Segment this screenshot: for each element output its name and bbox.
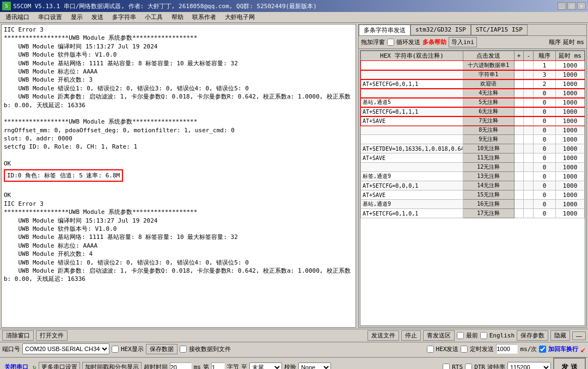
cell-send-btn[interactable]: 字符串1 — [463, 70, 514, 79]
close-button[interactable]: ✕ — [577, 2, 586, 10]
cell-order[interactable]: 0 — [534, 135, 556, 144]
cell-delay[interactable]: 1000 — [556, 144, 585, 153]
import-button[interactable]: 导入ini — [449, 37, 477, 47]
cell-send-btn[interactable]: 10无注释 — [463, 144, 514, 153]
send-file-button[interactable]: 发送文件 — [367, 330, 399, 341]
cell-send-btn[interactable]: 14无注释 — [463, 181, 514, 190]
minimize-button[interactable]: _ — [558, 2, 566, 10]
cell-plus[interactable] — [514, 181, 524, 190]
cell-plus[interactable] — [514, 153, 524, 163]
cell-order[interactable]: 0 — [534, 172, 556, 181]
cell-delay[interactable]: 1000 — [556, 107, 585, 116]
cell-minus[interactable] — [524, 61, 534, 70]
menu-send[interactable]: 发送 — [87, 12, 108, 22]
dash-button[interactable]: — — [572, 331, 586, 340]
cell-delay[interactable]: 1000 — [556, 126, 585, 135]
cell-minus[interactable] — [524, 107, 534, 116]
save-data-button[interactable]: 保存数据 — [146, 344, 177, 354]
time-send-value[interactable] — [496, 344, 518, 354]
cell-order[interactable]: 0 — [534, 126, 556, 135]
cell-order[interactable]: 0 — [534, 209, 556, 218]
port-select[interactable]: COM20 USB-SERIAL CH340 — [22, 343, 109, 354]
cell-minus[interactable] — [524, 126, 534, 135]
page-value[interactable] — [211, 362, 225, 370]
cell-send-btn[interactable]: 13无注释 — [463, 172, 514, 181]
enter-run-checkbox[interactable] — [539, 346, 546, 353]
menu-help[interactable]: 帮助 — [167, 12, 188, 22]
cycle-send-checkbox[interactable] — [387, 39, 394, 46]
cell-delay[interactable]: 1000 — [556, 181, 585, 190]
more-port-button[interactable]: 更多串口设置 — [39, 362, 80, 369]
cell-hex[interactable]: AT+SETCFG=0,1,0,1 — [361, 209, 463, 218]
cell-order[interactable]: 0 — [534, 144, 556, 153]
cell-minus[interactable] — [524, 163, 534, 172]
cell-minus[interactable] — [524, 79, 534, 89]
tab-stc[interactable]: STC/IAP15 ISP — [471, 24, 528, 35]
cell-hex[interactable] — [361, 126, 463, 135]
cell-delay[interactable]: 1000 — [556, 135, 585, 144]
cell-order[interactable]: 0 — [534, 116, 556, 126]
refresh-icon[interactable]: ↻ — [33, 364, 36, 369]
english-checkbox[interactable] — [480, 332, 487, 339]
cell-hex[interactable] — [361, 163, 463, 172]
cell-plus[interactable] — [514, 200, 524, 209]
col-minus-header[interactable]: - — [524, 51, 534, 61]
cell-delay[interactable]: 1000 — [556, 70, 585, 79]
check-select[interactable]: None — [298, 362, 331, 370]
end-select[interactable]: 末尾 — [249, 362, 282, 370]
cell-send-btn[interactable]: 12无注释 — [463, 163, 514, 172]
cell-plus[interactable] — [514, 107, 524, 116]
cell-hex[interactable]: AT+SETCFG=0,0,0,1 — [361, 181, 463, 190]
terminal-content[interactable]: IIC Error 3******************UWB Module … — [2, 24, 356, 327]
cell-send-btn[interactable]: 7无注释 — [463, 116, 514, 126]
overtime-value[interactable] — [170, 362, 192, 370]
last-checkbox[interactable] — [457, 332, 464, 339]
cell-minus[interactable] — [524, 181, 534, 190]
cell-hex[interactable]: AT+SAVE — [361, 153, 463, 163]
rts-checkbox[interactable] — [443, 364, 450, 369]
cell-hex[interactable]: AT+SAVE — [361, 116, 463, 126]
cell-delay[interactable]: 1000 — [556, 190, 585, 200]
timestamp-button[interactable]: 加时间戳和分包显示 — [82, 362, 142, 369]
cell-send-btn[interactable]: 9无注释 — [463, 135, 514, 144]
cell-hex[interactable] — [361, 89, 463, 98]
cell-minus[interactable] — [524, 209, 534, 218]
cell-delay[interactable]: 1000 — [556, 89, 585, 98]
cell-order[interactable]: 0 — [534, 107, 556, 116]
cell-send-btn[interactable]: 11无注释 — [463, 153, 514, 163]
cell-order[interactable]: 3 — [534, 70, 556, 79]
send-button[interactable]: 发 送 — [553, 358, 586, 370]
cell-order[interactable]: 0 — [534, 163, 556, 172]
cell-minus[interactable] — [524, 70, 534, 79]
cell-delay[interactable]: 1000 — [556, 153, 585, 163]
cell-hex[interactable] — [361, 135, 463, 144]
menu-port-settings[interactable]: 串口设置 — [34, 12, 66, 22]
cell-hex[interactable] — [361, 70, 463, 79]
cell-plus[interactable] — [514, 116, 524, 126]
cell-plus[interactable] — [514, 163, 524, 172]
cell-hex[interactable]: AT+SETCFG=0,1,1,1 — [361, 107, 463, 116]
cell-delay[interactable]: 1000 — [556, 79, 585, 89]
cell-send-btn[interactable]: 8无注释 — [463, 126, 514, 135]
tab-multistring[interactable]: 多条字符串发送 — [359, 24, 411, 35]
menu-multistring[interactable]: 多字符串 — [108, 12, 140, 22]
menu-display[interactable]: 显示 — [66, 12, 87, 22]
cell-plus[interactable] — [514, 89, 524, 98]
cell-hex[interactable]: 基站,通道5 — [361, 98, 463, 107]
cell-minus[interactable] — [524, 98, 534, 107]
cell-hex[interactable]: AT+SETCFG=0,0,1,1 — [361, 79, 463, 89]
cell-plus[interactable] — [514, 98, 524, 107]
cell-send-btn[interactable]: 16无注释 — [463, 200, 514, 209]
cell-delay[interactable]: 1000 — [556, 200, 585, 209]
cell-minus[interactable] — [524, 172, 534, 181]
cell-order[interactable]: 0 — [534, 190, 556, 200]
col-plus-header[interactable]: + — [514, 51, 524, 61]
cell-send-btn[interactable]: 17无注释 — [463, 209, 514, 218]
cell-minus[interactable] — [524, 144, 534, 153]
cell-hex[interactable] — [361, 61, 463, 70]
cell-send-btn[interactable]: 十六进制数据串1 — [463, 61, 514, 70]
cell-order[interactable]: 0 — [534, 153, 556, 163]
cell-hex[interactable]: 标签,通道9 — [361, 172, 463, 181]
cell-plus[interactable] — [514, 135, 524, 144]
cell-send-btn[interactable]: 5无注释 — [463, 98, 514, 107]
